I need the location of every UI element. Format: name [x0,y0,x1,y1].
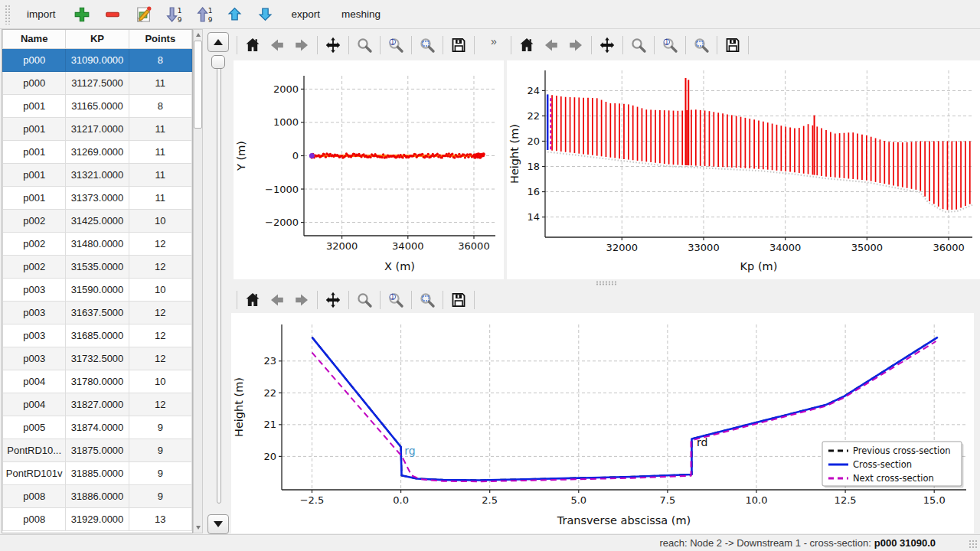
previous-section-button[interactable] [207,32,229,52]
table-cell[interactable]: 12 [129,324,191,347]
table-cell[interactable]: 31425.0000 [66,209,129,232]
table-cell[interactable]: 31321.0000 [66,163,129,186]
export-button[interactable]: export [283,4,330,24]
table-cell[interactable]: p000 [3,71,66,94]
mpl-zoom-button[interactable] [353,289,376,311]
table-cell[interactable]: 31780.0000 [66,370,129,393]
table-cell[interactable]: 31217.0000 [66,117,129,140]
table-cell[interactable]: 31127.5000 [66,71,129,94]
sort-ascending-button[interactable]: 1 9 [192,3,217,26]
table-cell[interactable]: 31827.0000 [66,393,129,416]
table-row[interactable]: p00231425.000010 [3,209,192,232]
table-cell[interactable]: 8 [129,94,191,117]
table-row[interactable]: p00331590.000010 [3,278,192,301]
move-down-button[interactable] [253,3,278,26]
window-resize-grip[interactable] [969,540,978,549]
mpl-pan-button[interactable] [322,34,345,57]
profile-view-figure[interactable]: 3200033000340003500036000141618202224Kp … [507,60,980,279]
table-cell[interactable]: 9 [129,461,191,484]
table-cell[interactable]: p003 [3,324,66,347]
mpl-forward-button[interactable] [290,289,313,311]
table-cell[interactable]: 31269.0000 [66,140,129,163]
table-cell[interactable]: 31373.0000 [66,186,129,209]
table-cell[interactable]: 11 [129,140,191,163]
table-cell[interactable]: 11 [129,186,191,209]
mpl-back-button[interactable] [266,289,289,311]
mpl-zoom-button[interactable] [353,34,376,57]
table-cell[interactable]: p001 [3,163,66,186]
table-scrollbar[interactable] [193,29,203,533]
table-cell[interactable]: 10 [129,209,191,232]
edit-cross-section-button[interactable] [131,3,155,26]
table-row[interactable]: p00231480.000012 [3,232,192,255]
table-cell[interactable]: 11 [129,117,191,140]
table-row[interactable]: p00831886.00009 [3,484,192,507]
mpl-forward-button[interactable] [290,34,313,57]
column-header[interactable]: Name [3,30,66,48]
table-cell[interactable]: p008 [3,484,66,507]
mpl-home-button[interactable] [241,34,264,57]
section-slider-handle[interactable] [211,55,225,69]
table-row[interactable]: p00331637.500012 [3,301,192,324]
mpl-back-button[interactable] [266,34,289,57]
table-cell[interactable]: 9 [129,416,191,439]
mpl-save-button[interactable] [447,34,470,57]
table-cell[interactable]: 31929.0000 [66,507,129,530]
table-cell[interactable]: 31732.5000 [66,347,129,370]
table-cell[interactable]: 31535.0000 [66,255,129,278]
splitter-handle[interactable] [596,281,617,285]
table-cell[interactable]: 9 [129,439,191,461]
table-row[interactable]: p00231535.000012 [3,255,192,278]
column-header[interactable]: KP [66,30,129,48]
mpl-home-button[interactable] [515,34,538,57]
table-cell[interactable]: p001 [3,186,66,209]
table-cell[interactable]: p004 [3,393,66,416]
table-cell[interactable]: 31590.0000 [66,278,129,301]
cross-section-chart[interactable]: rgrd−2.50.02.55.07.510.012.515.020212223… [231,313,974,533]
scroll-up-icon[interactable] [194,31,202,39]
table-cell[interactable]: PontRD10... [3,439,66,461]
table-cell[interactable]: p008 [3,507,66,530]
table-cell[interactable]: p003 [3,278,66,301]
mpl-pan-button[interactable] [596,34,619,57]
section-slider-track[interactable] [217,61,221,504]
table-cell[interactable]: 31165.0000 [66,94,129,117]
table-cell[interactable]: 12 [129,232,191,255]
mpl-forward-button[interactable] [564,34,587,57]
mpl-zoom-rect-button[interactable] [690,34,713,57]
table-cell[interactable]: p003 [3,301,66,324]
table-cell[interactable]: 31885.0000 [66,461,129,484]
table-cell[interactable]: p001 [3,117,66,140]
remove-cross-section-button[interactable] [100,3,125,26]
table-scrollbar-thumb[interactable] [194,41,202,129]
table-cell[interactable]: p002 [3,255,66,278]
table-cell[interactable]: 31874.0000 [66,416,129,439]
mpl-zoom-rect-button[interactable] [416,289,439,311]
plan-view-figure[interactable]: 320003400036000−2000−1000010002000X (m)Y… [234,60,504,279]
profile-view-chart[interactable]: 3200033000340003500036000141618202224Kp … [507,60,980,279]
table-row[interactable]: p00131373.000011 [3,186,192,209]
mpl-zoom-one-button[interactable]: 1 [658,34,681,57]
table-row[interactable]: p00531874.00009 [3,416,192,439]
add-cross-section-button[interactable] [70,3,94,26]
table-row[interactable]: PontRD10...31875.00009 [3,439,192,461]
table-cell[interactable]: p003 [3,347,66,370]
table-cell[interactable]: 11 [129,163,191,186]
table-cell[interactable]: 12 [129,347,191,370]
table-cell[interactable]: 11 [129,71,191,94]
table-cell[interactable]: p002 [3,232,66,255]
table-cell[interactable]: 31886.0000 [66,484,129,507]
column-header[interactable]: Points [129,30,191,48]
table-row[interactable]: PontRD101v31885.00009 [3,461,192,484]
move-up-button[interactable] [223,3,247,26]
table-row[interactable]: p00031127.500011 [3,71,192,94]
mpl-save-button[interactable] [721,34,744,57]
table-cell[interactable]: 12 [129,393,191,416]
table-cell[interactable]: p001 [3,94,66,117]
sort-descending-button[interactable]: 1 9 [162,3,186,26]
table-cell[interactable]: 31480.0000 [66,232,129,255]
import-button[interactable]: import [18,4,65,24]
cross-section-figure[interactable]: rgrd−2.50.02.55.07.510.012.515.020212223… [231,313,974,533]
plan-view-chart[interactable]: 320003400036000−2000−1000010002000X (m)Y… [234,60,504,279]
table-cell[interactable]: 31685.0000 [66,324,129,347]
